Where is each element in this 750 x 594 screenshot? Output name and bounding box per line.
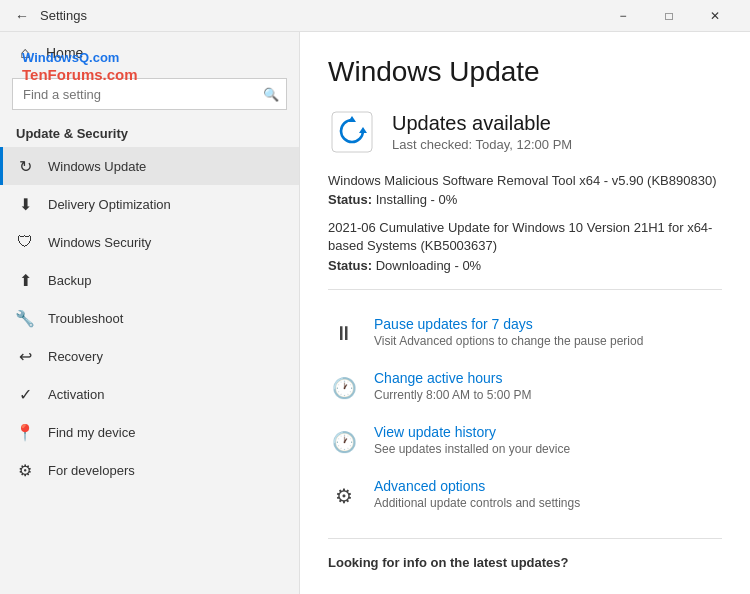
windows-update-icon: ↻ bbox=[16, 157, 34, 175]
options-container: ⏸Pause updates for 7 daysVisit Advanced … bbox=[328, 306, 722, 522]
option-title-pause-updates[interactable]: Pause updates for 7 days bbox=[374, 316, 643, 332]
option-text-update-history: View update historySee updates installed… bbox=[374, 424, 570, 456]
back-icon: ← bbox=[15, 8, 29, 24]
option-text-advanced-options: Advanced optionsAdditional update contro… bbox=[374, 478, 580, 510]
back-button[interactable]: ← bbox=[12, 6, 32, 26]
option-text-active-hours: Change active hoursCurrently 8:00 AM to … bbox=[374, 370, 531, 402]
titlebar: ← Settings − □ ✕ bbox=[0, 0, 750, 32]
update-item-status-1: Status: Downloading - 0% bbox=[328, 258, 722, 273]
sidebar-item-activation[interactable]: ✓Activation bbox=[0, 375, 299, 413]
sidebar-item-recovery[interactable]: ↩Recovery bbox=[0, 337, 299, 375]
sidebar-item-backup[interactable]: ⬆Backup bbox=[0, 261, 299, 299]
close-button[interactable]: ✕ bbox=[692, 0, 738, 32]
maximize-button[interactable]: □ bbox=[646, 0, 692, 32]
option-title-active-hours[interactable]: Change active hours bbox=[374, 370, 531, 386]
update-history-icon: 🕐 bbox=[328, 426, 360, 458]
update-items-container: Windows Malicious Software Removal Tool … bbox=[328, 172, 722, 273]
home-icon: ⌂ bbox=[16, 44, 34, 62]
update-item-0: Windows Malicious Software Removal Tool … bbox=[328, 172, 722, 207]
pause-updates-icon: ⏸ bbox=[328, 318, 360, 350]
option-desc-active-hours: Currently 8:00 AM to 5:00 PM bbox=[374, 388, 531, 402]
backup-icon: ⬆ bbox=[16, 271, 34, 289]
sidebar-label-delivery-optimization: Delivery Optimization bbox=[48, 197, 171, 212]
option-item-advanced-options[interactable]: ⚙Advanced optionsAdditional update contr… bbox=[328, 468, 722, 522]
close-icon: ✕ bbox=[710, 9, 720, 23]
sidebar-search-container: WindowsQ.com TenForums.com 🔍 bbox=[12, 78, 287, 110]
option-title-advanced-options[interactable]: Advanced options bbox=[374, 478, 580, 494]
sidebar-label-backup: Backup bbox=[48, 273, 91, 288]
option-item-update-history[interactable]: 🕐View update historySee updates installe… bbox=[328, 414, 722, 468]
sidebar-label-activation: Activation bbox=[48, 387, 104, 402]
sidebar-item-troubleshoot[interactable]: 🔧Troubleshoot bbox=[0, 299, 299, 337]
sidebar-section-title: Update & Security bbox=[0, 118, 299, 147]
sidebar-item-find-my-device[interactable]: 📍Find my device bbox=[0, 413, 299, 451]
delivery-optimization-icon: ⬇ bbox=[16, 195, 34, 213]
sidebar-label-troubleshoot: Troubleshoot bbox=[48, 311, 123, 326]
content-area: Windows Update Updates available Last ch… bbox=[300, 32, 750, 594]
sidebar-item-delivery-optimization[interactable]: ⬇Delivery Optimization bbox=[0, 185, 299, 223]
for-developers-icon: ⚙ bbox=[16, 461, 34, 479]
update-last-checked: Last checked: Today, 12:00 PM bbox=[392, 137, 572, 152]
divider1 bbox=[328, 289, 722, 290]
sidebar: ⌂ Home WindowsQ.com TenForums.com 🔍 Upda… bbox=[0, 32, 300, 594]
sidebar-item-windows-security[interactable]: 🛡Windows Security bbox=[0, 223, 299, 261]
update-item-1: 2021-06 Cumulative Update for Windows 10… bbox=[328, 219, 722, 272]
option-desc-update-history: See updates installed on your device bbox=[374, 442, 570, 456]
window-controls: − □ ✕ bbox=[600, 0, 738, 32]
minimize-button[interactable]: − bbox=[600, 0, 646, 32]
main-container: ⌂ Home WindowsQ.com TenForums.com 🔍 Upda… bbox=[0, 32, 750, 594]
update-item-title-1: 2021-06 Cumulative Update for Windows 10… bbox=[328, 219, 722, 255]
recovery-icon: ↩ bbox=[16, 347, 34, 365]
sidebar-home[interactable]: ⌂ Home bbox=[0, 32, 299, 74]
option-item-active-hours[interactable]: 🕐Change active hoursCurrently 8:00 AM to… bbox=[328, 360, 722, 414]
activation-icon: ✓ bbox=[16, 385, 34, 403]
troubleshoot-icon: 🔧 bbox=[16, 309, 34, 327]
sidebar-item-windows-update[interactable]: ↻Windows Update bbox=[0, 147, 299, 185]
update-item-title-0: Windows Malicious Software Removal Tool … bbox=[328, 172, 722, 190]
sidebar-label-find-my-device: Find my device bbox=[48, 425, 135, 440]
titlebar-title: Settings bbox=[40, 8, 600, 23]
update-header: Updates available Last checked: Today, 1… bbox=[328, 108, 722, 156]
sidebar-label-windows-update: Windows Update bbox=[48, 159, 146, 174]
sidebar-label-recovery: Recovery bbox=[48, 349, 103, 364]
option-title-update-history[interactable]: View update history bbox=[374, 424, 570, 440]
update-status-text: Updates available bbox=[392, 112, 572, 135]
page-title: Windows Update bbox=[328, 56, 722, 88]
search-icon: 🔍 bbox=[263, 87, 279, 102]
looking-text: Looking for info on the latest updates? bbox=[328, 555, 722, 570]
option-text-pause-updates: Pause updates for 7 daysVisit Advanced o… bbox=[374, 316, 643, 348]
windows-security-icon: 🛡 bbox=[16, 233, 34, 251]
advanced-options-icon: ⚙ bbox=[328, 480, 360, 512]
active-hours-icon: 🕐 bbox=[328, 372, 360, 404]
option-desc-advanced-options: Additional update controls and settings bbox=[374, 496, 580, 510]
sidebar-label-for-developers: For developers bbox=[48, 463, 135, 478]
update-item-status-0: Status: Installing - 0% bbox=[328, 192, 722, 207]
sidebar-home-label: Home bbox=[46, 45, 83, 61]
sidebar-label-windows-security: Windows Security bbox=[48, 235, 151, 250]
sidebar-items-container: ↻Windows Update⬇Delivery Optimization🛡Wi… bbox=[0, 147, 299, 489]
update-status-block: Updates available Last checked: Today, 1… bbox=[392, 112, 572, 152]
option-item-pause-updates[interactable]: ⏸Pause updates for 7 daysVisit Advanced … bbox=[328, 306, 722, 360]
update-refresh-icon bbox=[328, 108, 376, 156]
minimize-icon: − bbox=[619, 9, 626, 23]
maximize-icon: □ bbox=[665, 9, 672, 23]
sidebar-item-for-developers[interactable]: ⚙For developers bbox=[0, 451, 299, 489]
divider2 bbox=[328, 538, 722, 539]
search-input[interactable] bbox=[12, 78, 287, 110]
option-desc-pause-updates: Visit Advanced options to change the pau… bbox=[374, 334, 643, 348]
find-my-device-icon: 📍 bbox=[16, 423, 34, 441]
